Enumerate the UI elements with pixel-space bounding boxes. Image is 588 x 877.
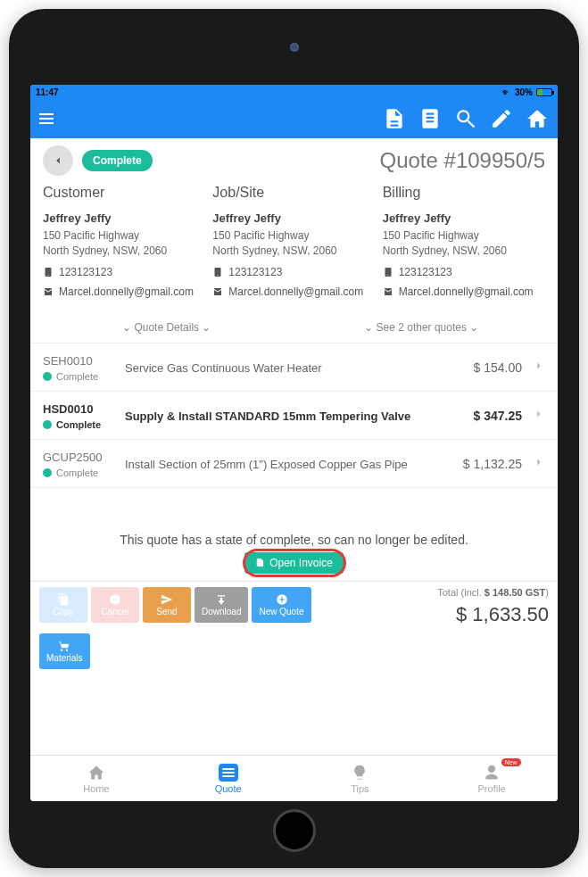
line-code: HSD0010 xyxy=(43,402,114,416)
chevron-right-icon xyxy=(533,408,545,424)
line-items-list: SEH0010 Complete Service Gas Continuous … xyxy=(30,343,558,488)
chevron-right-icon xyxy=(533,456,545,472)
tab-bar: Home Quote Tips Profile New xyxy=(30,755,558,801)
customer-section: Customer Jeffrey Jeffy 150 Pacific Highw… xyxy=(43,185,205,298)
other-quotes-expander[interactable]: ⌄ See 2 other quotes ⌄ xyxy=(298,321,546,334)
email-icon xyxy=(212,286,223,297)
line-description: Supply & Install STANDARD 15mm Tempering… xyxy=(125,410,435,423)
tab-home[interactable]: Home xyxy=(30,756,162,801)
chevron-right-icon xyxy=(533,360,545,376)
line-status: Complete xyxy=(43,371,114,382)
line-status: Complete xyxy=(43,467,114,478)
app-bar xyxy=(30,99,558,138)
line-price: $ 154.00 xyxy=(445,360,522,375)
tab-quote[interactable]: Quote xyxy=(162,756,294,801)
grand-total: $ 1,633.50 xyxy=(437,603,549,626)
book-icon[interactable] xyxy=(418,107,442,130)
line-item[interactable]: HSD0010 Complete Supply & Install STANDA… xyxy=(30,392,558,440)
quote-state-message: This quote has a state of complete, so c… xyxy=(30,488,558,550)
phone-icon xyxy=(212,267,223,277)
line-price: $ 347.25 xyxy=(445,409,522,423)
gst-total: Total (incl. $ 148.50 GST) xyxy=(437,587,549,598)
email-icon xyxy=(383,286,393,297)
new-quote-button[interactable]: New Quote xyxy=(252,587,311,623)
device-home-button[interactable] xyxy=(273,809,316,852)
home-icon[interactable] xyxy=(526,107,549,130)
line-code: SEH0010 xyxy=(43,354,114,368)
phone-icon xyxy=(43,267,54,277)
list-icon xyxy=(219,764,238,782)
email-icon xyxy=(43,286,54,297)
line-item[interactable]: SEH0010 Complete Service Gas Continuous … xyxy=(30,343,558,392)
billing-section: Billing Jeffrey Jeffy 150 Pacific Highwa… xyxy=(383,185,545,298)
back-button[interactable] xyxy=(43,145,73,176)
jobsite-section: Job/Site Jeffrey Jeffy 150 Pacific Highw… xyxy=(212,185,375,298)
customer-heading: Customer xyxy=(43,185,205,201)
open-invoice-button[interactable]: Open Invoice xyxy=(244,552,344,574)
download-button[interactable]: Download xyxy=(195,587,248,623)
new-badge: New xyxy=(501,758,521,766)
line-code: GCUP2500 xyxy=(43,451,114,464)
battery-percent: 30% xyxy=(515,87,533,97)
document-icon[interactable] xyxy=(383,107,406,130)
jobsite-heading: Job/Site xyxy=(212,185,375,201)
line-item[interactable]: GCUP2500 Complete Install Section of 25m… xyxy=(30,440,558,488)
menu-icon[interactable] xyxy=(39,113,54,124)
send-button[interactable]: Send xyxy=(143,587,191,623)
page-title: Quote #109950/5 xyxy=(380,148,546,173)
battery-icon xyxy=(536,88,552,96)
line-status: Complete xyxy=(43,419,114,430)
tab-profile[interactable]: Profile New xyxy=(426,756,558,801)
status-badge: Complete xyxy=(82,150,153,171)
search-icon[interactable] xyxy=(454,107,477,130)
phone-icon xyxy=(383,267,393,277)
info-columns: Customer Jeffrey Jeffy 150 Pacific Highw… xyxy=(30,181,558,305)
tab-tips[interactable]: Tips xyxy=(294,756,427,801)
billing-heading: Billing xyxy=(383,185,545,201)
edit-icon[interactable] xyxy=(490,107,513,130)
clock: 11:47 xyxy=(36,87,59,97)
quote-details-expander[interactable]: ⌄ Quote Details ⌄ xyxy=(43,321,291,334)
line-description: Service Gas Continuous Water Heater xyxy=(125,361,435,375)
line-price: $ 1,132.25 xyxy=(445,457,522,471)
cancel-button[interactable]: Cancel xyxy=(91,587,139,623)
customer-name: Jeffrey Jeffy xyxy=(43,211,205,225)
device-statusbar: 11:47 ᯤ 30% xyxy=(30,85,558,99)
materials-button[interactable]: Materials xyxy=(39,633,90,669)
line-description: Install Section of 25mm (1") Exposed Cop… xyxy=(125,458,435,471)
copy-button[interactable]: Copy xyxy=(39,587,87,623)
